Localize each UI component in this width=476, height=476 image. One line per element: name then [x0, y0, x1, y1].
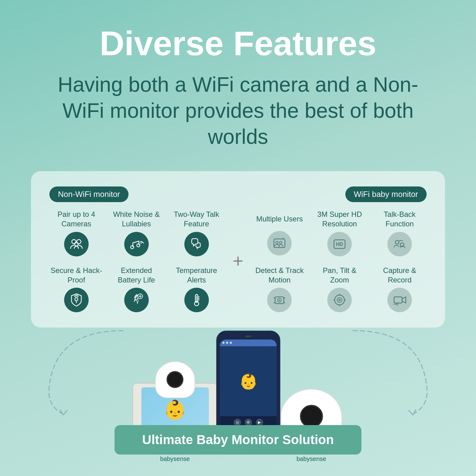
feature-pan-icon	[327, 288, 352, 312]
feature-pan: Pan, Tilt & Zoom	[313, 266, 367, 312]
feature-talk-label: Two-Way Talk Feature	[170, 209, 224, 228]
feature-cameras-icon	[64, 232, 89, 256]
phone-content-area: 👶	[220, 346, 277, 416]
feature-secure-icon	[64, 288, 89, 312]
feature-temp-label: Temperature Alerts	[170, 266, 224, 285]
card-labels: Non-WiFi monitor WiFi baby monitor	[49, 186, 427, 202]
feature-talkback-icon	[387, 232, 412, 256]
svg-rect-10	[196, 296, 197, 301]
features-card: Non-WiFi monitor WiFi baby monitor Pair …	[31, 171, 445, 328]
svg-point-4	[137, 244, 140, 247]
wifi-badge: WiFi baby monitor	[345, 186, 427, 202]
feature-pan-label: Pan, Tilt & Zoom	[313, 266, 367, 285]
status-dot2	[226, 342, 228, 344]
solution-banner: Ultimate Baby Monitor Solution	[114, 425, 361, 455]
feature-talk-icon	[184, 232, 209, 256]
baby-emoji: 👶	[163, 399, 186, 420]
feature-noise-icon	[124, 232, 149, 256]
phone-baby-emoji: 👶	[239, 372, 258, 390]
phone-screen: 👶 ◎ ⚙ ▶	[220, 340, 277, 428]
feature-temp-icon	[184, 288, 209, 312]
feature-record-label: Capture & Record	[373, 266, 427, 285]
svg-rect-23	[394, 297, 402, 303]
status-dot1	[222, 342, 225, 344]
right-arrow-svg	[341, 324, 445, 423]
feature-users-icon	[267, 231, 292, 255]
wifi-section: Multiple Users 3M Super HD Resolution	[253, 209, 427, 312]
wifi-cam-lens	[300, 405, 323, 428]
nonwifi-label: babysense	[160, 455, 190, 463]
nonwifi-badge: Non-WiFi monitor	[49, 186, 129, 202]
feature-secure: Secure & Hack-Proof	[49, 266, 103, 312]
svg-point-0	[72, 240, 76, 244]
svg-point-12	[276, 241, 278, 244]
feature-noise-label: White Noise & Lullabies	[109, 209, 163, 228]
svg-point-5	[75, 298, 78, 301]
page-subtitle: Having both a WiFi camera and a Non-WiFi…	[39, 71, 437, 150]
svg-text:HD: HD	[336, 242, 343, 247]
page-title: Diverse Features	[100, 25, 377, 62]
bottom-section: 👶 babysense	[31, 324, 445, 458]
feature-users: Multiple Users	[253, 209, 307, 256]
feature-secure-label: Secure & Hack-Proof	[49, 266, 103, 285]
camera-lens-top	[167, 371, 183, 388]
feature-motion: Detect & Track Motion	[253, 266, 307, 312]
plus-divider: +	[223, 209, 252, 312]
status-dot3	[230, 342, 232, 344]
feature-motion-label: Detect & Track Motion	[253, 266, 307, 285]
svg-point-3	[131, 246, 134, 249]
feature-hd-label: 3M Super HD Resolution	[313, 209, 367, 228]
svg-point-20	[279, 300, 280, 301]
svg-point-13	[279, 241, 282, 244]
feature-battery-icon	[124, 288, 149, 312]
feature-cameras: Pair up to 4 Cameras	[49, 209, 103, 256]
features-grid: Pair up to 4 Cameras White Noise & Lulla…	[49, 209, 427, 312]
feature-cameras-label: Pair up to 4 Cameras	[49, 209, 103, 228]
feature-users-label: Multiple Users	[256, 209, 303, 228]
feature-hd: 3M Super HD Resolution HD	[313, 209, 367, 256]
feature-record-icon	[387, 288, 412, 312]
feature-motion-icon	[267, 288, 292, 312]
feature-battery: Extended Battery Life	[109, 266, 163, 312]
feature-talkback: Talk-Back Function	[373, 209, 427, 256]
svg-point-16	[395, 240, 399, 244]
svg-point-2	[75, 242, 78, 246]
feature-battery-label: Extended Battery Life	[109, 266, 163, 285]
left-arrow-svg	[31, 324, 135, 423]
wifi-cam-label: babysense	[297, 455, 326, 463]
phone-status-bar	[220, 340, 277, 346]
feature-talk: Two-Way Talk Feature	[170, 209, 224, 256]
phone-notch	[246, 336, 251, 337]
svg-point-1	[77, 240, 81, 244]
feature-talkback-label: Talk-Back Function	[373, 209, 427, 228]
nonwifi-section: Pair up to 4 Cameras White Noise & Lulla…	[49, 209, 223, 312]
feature-record: Capture & Record	[373, 266, 427, 312]
feature-hd-icon: HD	[327, 232, 352, 256]
camera-top	[155, 361, 195, 398]
feature-temp: Temperature Alerts	[170, 266, 224, 312]
feature-noise: White Noise & Lullabies	[109, 209, 163, 256]
